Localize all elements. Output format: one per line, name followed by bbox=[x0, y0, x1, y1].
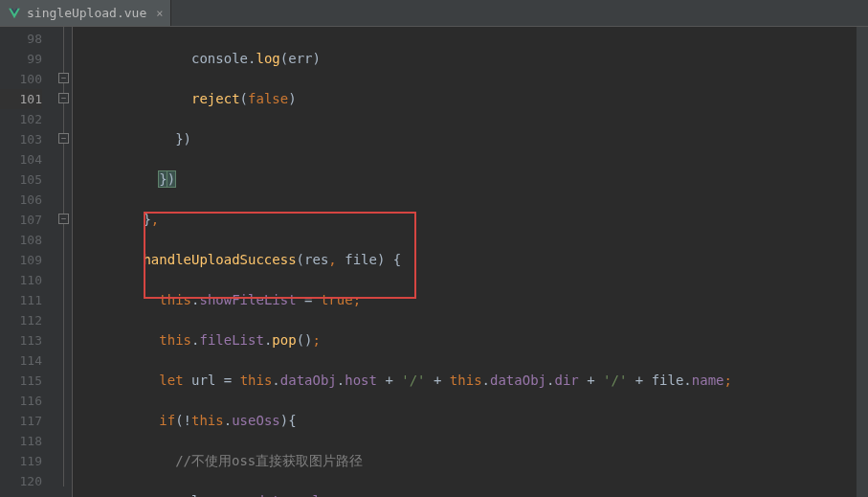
fold-marker[interactable]: − bbox=[58, 133, 69, 144]
code-line[interactable]: let url = this.dataObj.host + '/' + this… bbox=[73, 371, 868, 391]
code-line[interactable]: console.log(err) bbox=[73, 49, 868, 69]
line-number: 111 bbox=[0, 290, 42, 310]
scrollbar-track[interactable] bbox=[857, 27, 868, 497]
line-number: 115 bbox=[0, 371, 42, 391]
line-number: 117 bbox=[0, 411, 42, 431]
line-number-gutter: 98 99 100 101 102 103 104 105 106 107 10… bbox=[0, 27, 56, 497]
line-number: 116 bbox=[0, 391, 42, 411]
fold-marker[interactable]: − bbox=[58, 93, 69, 103]
code-line[interactable]: this.showFileList = true; bbox=[73, 290, 868, 310]
line-number: 108 bbox=[0, 230, 42, 250]
line-number: 114 bbox=[0, 350, 42, 371]
line-number: 102 bbox=[0, 109, 42, 129]
code-line[interactable]: url = res.data.url; bbox=[73, 491, 868, 497]
code-line[interactable]: }, bbox=[73, 210, 868, 230]
code-line[interactable]: if(!this.useOss){ bbox=[73, 411, 868, 431]
fold-marker[interactable]: − bbox=[58, 73, 69, 83]
line-number: 106 bbox=[0, 190, 42, 210]
line-number: 105 bbox=[0, 169, 42, 190]
tab-bar: singleUpload.vue × bbox=[0, 0, 868, 27]
line-number: 110 bbox=[0, 270, 42, 290]
fold-gutter: − − − − bbox=[56, 27, 73, 497]
line-number: 100 bbox=[0, 69, 42, 89]
line-number: 112 bbox=[0, 310, 42, 330]
line-number: 120 bbox=[0, 471, 42, 491]
fold-marker[interactable]: − bbox=[58, 214, 69, 224]
line-number: 98 bbox=[0, 29, 42, 49]
code-line[interactable]: handleUploadSuccess(res, file) { bbox=[73, 250, 868, 270]
line-number: 107 bbox=[0, 210, 42, 230]
line-number: 113 bbox=[0, 330, 42, 350]
line-number: 99 bbox=[0, 49, 42, 69]
code-area[interactable]: console.log(err) reject(false) }) }) }, … bbox=[73, 27, 868, 497]
code-editor[interactable]: 98 99 100 101 102 103 104 105 106 107 10… bbox=[0, 27, 868, 497]
code-line[interactable]: reject(false) bbox=[73, 89, 868, 109]
tab-filename: singleUpload.vue bbox=[27, 6, 146, 20]
line-number: 103 bbox=[0, 129, 42, 149]
code-line[interactable]: //不使用oss直接获取图片路径 bbox=[73, 451, 868, 471]
file-tab[interactable]: singleUpload.vue × bbox=[0, 0, 171, 26]
code-line[interactable]: this.fileList.pop(); bbox=[73, 330, 868, 350]
code-line[interactable]: }) bbox=[73, 129, 868, 149]
line-number: 118 bbox=[0, 431, 42, 451]
line-number: 104 bbox=[0, 149, 42, 169]
vue-icon bbox=[8, 7, 21, 20]
line-number: 109 bbox=[0, 250, 42, 270]
line-number: 101 bbox=[0, 89, 42, 109]
code-line[interactable]: }) bbox=[73, 169, 868, 190]
close-icon[interactable]: × bbox=[156, 7, 163, 20]
line-number: 119 bbox=[0, 451, 42, 471]
